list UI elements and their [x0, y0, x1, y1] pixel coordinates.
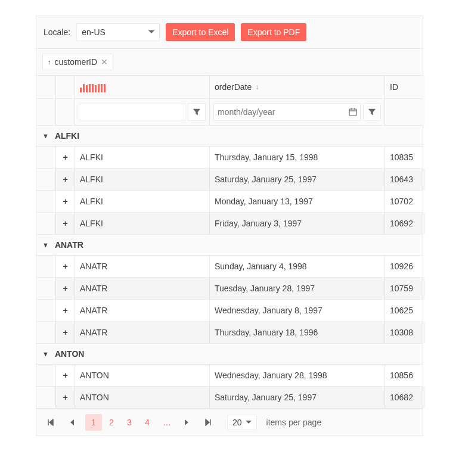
cell-date: Tuesday, January 28, 1997	[209, 278, 384, 299]
svg-rect-0	[349, 109, 356, 116]
expand-cell: +	[55, 169, 75, 190]
expand-button[interactable]: +	[63, 197, 67, 206]
locale-dropdown[interactable]: en-US	[76, 23, 160, 41]
expand-button[interactable]: +	[63, 175, 67, 184]
caret-right-icon	[184, 419, 190, 426]
cell-customer: ANATR	[75, 256, 209, 277]
grid-container: Locale: en-US Export to Excel Export to …	[36, 15, 423, 436]
expand-button[interactable]: +	[63, 262, 67, 271]
grid-header: orderDate ↓ ID	[36, 76, 423, 99]
locale-label: Locale:	[44, 27, 70, 37]
header-column-orderDate[interactable]: orderDate ↓	[209, 76, 384, 98]
group-name: ANTON	[55, 349, 85, 359]
group-header[interactable]: ▼ALFKI	[36, 126, 423, 147]
cell-id: 10759	[384, 278, 425, 299]
pager-page-3[interactable]: 3	[121, 414, 138, 431]
table-row: +ANATRThursday, January 18, 199610308	[36, 322, 423, 344]
cell-id: 10926	[384, 256, 425, 277]
cell-id: 10308	[384, 322, 425, 343]
caret-left-icon	[69, 419, 75, 426]
indent-cell	[36, 387, 55, 408]
export-pdf-button[interactable]: Export to PDF	[241, 23, 306, 41]
seek-first-icon	[47, 419, 54, 426]
cell-customer: ALFKI	[75, 191, 209, 212]
collapse-icon[interactable]: ▼	[42, 132, 49, 139]
table-row: +ANATRSunday, January 4, 199810926	[36, 256, 423, 278]
cell-id: 10856	[384, 365, 425, 386]
table-row: +ALFKIMonday, January 13, 199710702	[36, 191, 423, 213]
expand-button[interactable]: +	[63, 371, 67, 380]
group-chip-customerID[interactable]: ↑ customerID ✕	[42, 54, 113, 70]
cell-customer: ANTON	[75, 365, 209, 386]
group-panel[interactable]: ↑ customerID ✕	[36, 49, 423, 76]
cell-id: 10625	[384, 300, 425, 321]
chevron-down-icon	[246, 421, 252, 424]
pager-numbers: 1234	[85, 414, 156, 431]
header-column-customer[interactable]	[75, 76, 209, 98]
page-size-dropdown[interactable]: 20	[227, 415, 257, 430]
group-chip-label: customerID	[55, 57, 98, 67]
filter-spacer-2	[55, 99, 75, 125]
date-input-wrapper[interactable]	[213, 103, 361, 121]
indent-cell	[36, 365, 55, 386]
pager-page-2[interactable]: 2	[103, 414, 120, 431]
filter-icon-button-customer[interactable]	[188, 103, 206, 121]
pager-last-button[interactable]	[200, 414, 216, 431]
cell-date: Thursday, January 18, 1996	[209, 322, 384, 343]
group-header[interactable]: ▼ANATR	[36, 235, 423, 256]
cell-customer: ANATR	[75, 278, 209, 299]
expand-cell: +	[55, 256, 75, 277]
export-excel-button[interactable]: Export to Excel	[166, 23, 235, 41]
pager-first-button[interactable]	[42, 414, 59, 431]
header-column-id[interactable]: ID	[384, 76, 425, 98]
filter-input-date[interactable]	[218, 107, 348, 117]
filter-icon	[193, 108, 201, 116]
cell-date: Wednesday, January 8, 1997	[209, 300, 384, 321]
calendar-icon-button[interactable]	[348, 107, 358, 117]
pager-next-button[interactable]	[178, 414, 195, 431]
sort-asc-icon: ↑	[48, 58, 51, 66]
expand-cell: +	[55, 278, 75, 299]
collapse-icon[interactable]: ▼	[42, 350, 49, 357]
group-header[interactable]: ▼ANTON	[36, 344, 423, 365]
cell-id: 10702	[384, 191, 425, 212]
cell-customer: ANATR	[75, 322, 209, 343]
filter-icon-button-date[interactable]	[363, 103, 381, 121]
expand-button[interactable]: +	[63, 306, 67, 315]
close-icon[interactable]: ✕	[101, 57, 108, 67]
pager-prev-button[interactable]	[64, 414, 80, 431]
filter-cell-customer	[75, 99, 209, 125]
cell-customer: ALFKI	[75, 147, 209, 168]
pager-page-4[interactable]: 4	[139, 414, 156, 431]
pager-info: items per page	[266, 418, 322, 427]
expand-button[interactable]: +	[63, 219, 67, 228]
table-row: +ANTONSaturday, January 25, 199710682	[36, 387, 423, 409]
cell-date: Monday, January 13, 1997	[209, 191, 384, 212]
pager-page-1[interactable]: 1	[85, 414, 102, 431]
table-row: +ANTONWednesday, January 28, 199810856	[36, 365, 423, 387]
group-name: ALFKI	[55, 131, 79, 141]
expand-button[interactable]: +	[63, 153, 67, 162]
collapse-icon[interactable]: ▼	[42, 241, 49, 248]
cell-date: Thursday, January 15, 1998	[209, 147, 384, 168]
cell-id: 10643	[384, 169, 425, 190]
cell-customer: ANTON	[75, 387, 209, 408]
indent-cell	[36, 300, 55, 321]
expand-button[interactable]: +	[63, 328, 67, 337]
cell-id: 10682	[384, 387, 425, 408]
filter-input-customer[interactable]	[79, 104, 185, 120]
expand-cell: +	[55, 213, 75, 234]
indent-cell	[36, 278, 55, 299]
grid-body: ▼ALFKI+ALFKIThursday, January 15, 199810…	[36, 126, 423, 409]
expand-button[interactable]: +	[63, 393, 67, 402]
pager-ellipsis[interactable]: …	[160, 418, 173, 427]
indent-cell	[36, 147, 55, 168]
pager: 1234 … 20 items per page	[36, 409, 423, 435]
filter-cell-id	[384, 99, 425, 125]
table-row: +ANATRWednesday, January 8, 199710625	[36, 300, 423, 322]
expand-button[interactable]: +	[63, 284, 67, 293]
indent-cell	[36, 169, 55, 190]
filter-cell-orderDate	[209, 99, 384, 125]
cell-date: Friday, January 3, 1997	[209, 213, 384, 234]
calendar-icon	[348, 107, 358, 117]
